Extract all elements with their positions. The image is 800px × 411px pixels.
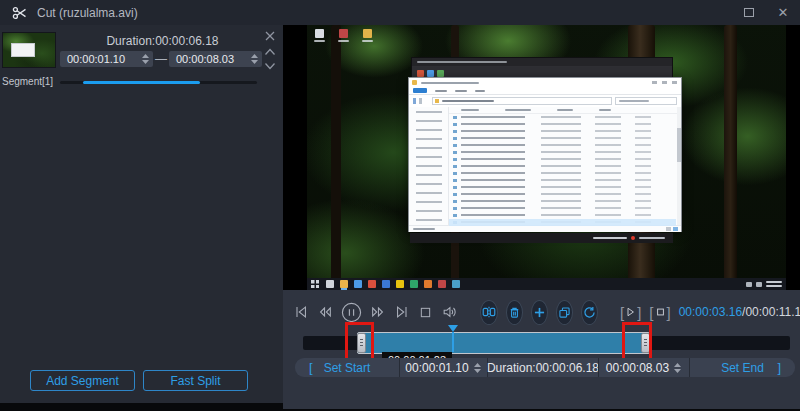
move-segment-down-button[interactable] [264,62,276,70]
timeline-track[interactable] [303,336,790,350]
volume-button[interactable] [441,304,458,320]
stop-segment-button[interactable]: [ ] [649,304,670,321]
trim-end-input[interactable]: 00:00:08.03 [599,358,689,377]
explorer-nav-arrows [413,98,429,104]
desktop-icons [313,29,374,42]
reset-button[interactable] [581,300,598,325]
segment-duration-label: Duration:00:00:06.18 [65,34,260,48]
explorer-file-list [449,107,681,225]
segment-start-input[interactable]: 00:00:01.10 [60,51,153,67]
trim-end-spinner[interactable] [673,362,682,374]
copy-button[interactable] [556,300,573,325]
explorer-nav-pane [409,107,449,225]
titlebar: Cut (ruzulalma.avi) ✕ [0,0,800,25]
panel-footer-strip [0,403,283,411]
set-start-button[interactable]: Set Start [324,361,371,375]
segment-range-bar [60,81,257,84]
delete-segment-button[interactable] [264,30,276,42]
timeline-selection[interactable] [357,332,650,354]
taskbar-clock [766,281,782,287]
screen-recorder-bar [410,233,673,243]
segment-end-input[interactable]: 00:00:08.03 [169,51,262,67]
trim-start-input[interactable]: 00:00:01.10 [400,358,487,377]
fast-forward-button[interactable] [370,304,386,320]
time-display: 00:00:03.16/00:00:11.13 [679,305,800,319]
playhead[interactable] [447,325,459,353]
window-title: Cut (ruzulalma.avi) [37,6,138,20]
playhead-icon [448,325,458,332]
total-time: 00:00:11.13 [745,305,800,319]
set-end-button[interactable]: Set End [721,361,764,375]
maximize-button[interactable] [732,0,766,25]
video-preview[interactable] [283,25,800,290]
background-app-window [411,57,673,79]
trim-start-spinner[interactable] [473,362,482,374]
recording-dot [631,236,635,240]
segment-start-value: 00:00:01.10 [67,53,141,65]
range-separator: — [153,52,169,66]
pause-button[interactable] [341,302,362,323]
desktop-taskbar [307,278,786,290]
trim-end-handle[interactable] [641,333,650,353]
trim-duration-label: Duration:00:00:06.18 [488,358,598,377]
delete-button[interactable] [506,300,523,325]
file-explorer-window [408,77,682,232]
add-button[interactable] [531,300,548,325]
skip-start-button[interactable] [293,304,309,320]
close-bracket: ] [777,360,781,375]
video-frame [307,25,786,290]
trim-start-handle[interactable] [357,333,366,353]
add-segment-button[interactable]: Add Segment [30,370,135,391]
thumbnail-window-shape [11,43,35,57]
segment-label: Segment[1] [2,76,53,87]
split-button[interactable] [480,300,498,325]
current-time: 00:00:03.16 [679,305,742,319]
explorer-taskbar-icon [340,280,348,288]
trim-start-value: 00:00:01.10 [405,361,468,375]
close-icon: ✕ [778,6,789,19]
segment-thumbnail[interactable] [2,32,56,68]
segment-end-value: 00:00:08.03 [176,53,250,65]
play-segment-button[interactable]: [ ] [620,304,641,321]
fast-split-button[interactable]: Fast Split [143,370,248,391]
scissors-icon [12,5,28,21]
open-bracket: [ [309,360,313,375]
segment-panel: Segment[1] Duration:00:00:06.18 00:00:01… [0,25,283,411]
maximize-icon [744,8,754,17]
segment-start-spinner[interactable] [141,53,150,65]
trim-bar: [ Set Start 00:00:01.10 Duration:00:00:0… [295,358,795,377]
stop-button[interactable] [418,305,433,320]
trim-end-value: 00:00:08.03 [606,361,669,375]
player-controls: [ ] [ ] 00:00:03.16/00:00:11.13 [283,290,800,411]
segment-end-spinner[interactable] [250,53,259,65]
explorer-selected-row [449,219,676,226]
skip-end-button[interactable] [394,304,410,320]
segment-range-fill [83,81,200,84]
start-icon [311,280,319,288]
cut-dialog: Cut (ruzulalma.avi) ✕ Segment[1] Duratio… [0,0,800,411]
rewind-button[interactable] [317,304,333,320]
close-button[interactable]: ✕ [766,0,800,25]
move-segment-up-button[interactable] [264,48,276,56]
